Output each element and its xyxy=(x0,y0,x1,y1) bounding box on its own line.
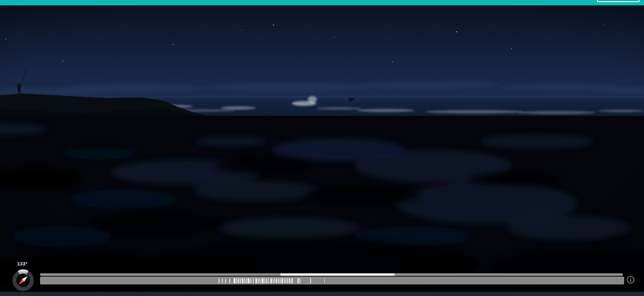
timeline-tick xyxy=(264,278,265,283)
timeline-tick xyxy=(284,278,285,283)
timeline-tick xyxy=(253,278,254,283)
timeline-tick xyxy=(246,278,247,283)
progress-segment[interactable] xyxy=(280,273,395,276)
info-icon xyxy=(626,275,635,284)
timeline xyxy=(40,273,624,284)
timeline-tick xyxy=(297,278,299,283)
timeline-tick xyxy=(234,278,236,283)
timeline-tick xyxy=(262,278,264,283)
timeline-tick xyxy=(300,278,300,283)
compass-widget[interactable]: 133° xyxy=(11,260,36,294)
timeline-tick xyxy=(274,278,275,283)
timeline-tick xyxy=(229,278,230,283)
timeline-tick xyxy=(285,278,286,283)
timeline-tick xyxy=(219,278,219,283)
timeline-tick xyxy=(258,278,259,283)
panorama-viewer: 133° xyxy=(0,0,644,296)
heading-badge: 133° xyxy=(16,261,29,267)
top-accent-bar xyxy=(0,0,644,5)
timeline-tick xyxy=(248,278,250,283)
timeline-tick xyxy=(225,278,226,283)
time-scrubber-bar[interactable] xyxy=(40,277,624,284)
night-scene-graphic xyxy=(0,5,644,292)
timeline-tick xyxy=(278,278,279,283)
timeline-tick xyxy=(268,278,269,283)
timeline-tick xyxy=(240,278,241,283)
timeline-tick xyxy=(270,278,272,283)
bottom-strip xyxy=(0,292,644,296)
vignette xyxy=(0,5,644,292)
timeline-tick xyxy=(255,278,257,283)
timeline-tick xyxy=(289,278,290,283)
timeline-tick xyxy=(291,278,292,283)
info-button[interactable] xyxy=(626,275,635,284)
timeline-tick xyxy=(250,278,251,283)
timeline-tick xyxy=(310,278,311,283)
timeline-tick xyxy=(280,278,281,283)
timeline-tick xyxy=(238,278,239,283)
timeline-tick xyxy=(292,278,293,283)
progress-track[interactable] xyxy=(40,273,623,276)
panorama-image[interactable] xyxy=(0,5,644,292)
timeline-tick xyxy=(242,278,243,283)
timeline-tick xyxy=(324,278,325,283)
top-right-partial-button[interactable] xyxy=(597,0,639,2)
timeline-tick xyxy=(287,278,288,283)
timeline-tick xyxy=(236,278,237,283)
timeline-tick xyxy=(222,278,223,283)
timeline-tick xyxy=(266,278,267,283)
timeline-tick xyxy=(276,278,277,283)
timeline-tick xyxy=(281,278,283,283)
timeline-tick xyxy=(244,278,245,283)
timeline-tick xyxy=(259,278,260,283)
timeline-tick xyxy=(273,278,274,283)
compass-dial[interactable] xyxy=(11,268,35,293)
